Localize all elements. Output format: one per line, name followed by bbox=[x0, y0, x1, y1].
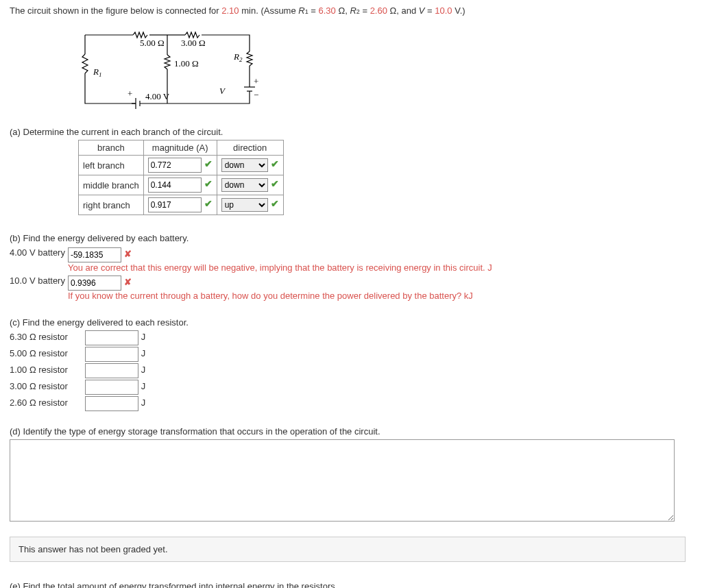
b-label-1: 4.00 V battery bbox=[10, 246, 68, 274]
check-icon: ✔ bbox=[204, 178, 213, 189]
col-branch: branch bbox=[79, 140, 144, 156]
v-unit: V.) bbox=[452, 5, 465, 16]
unit: J bbox=[141, 365, 146, 375]
table-row: middle branch ✔ down✔ bbox=[79, 175, 284, 195]
cross-icon: ✘ bbox=[124, 249, 132, 259]
r1-value: 6.30 bbox=[319, 5, 336, 16]
branch-label: right branch bbox=[79, 195, 144, 215]
minus2: − bbox=[254, 90, 258, 100]
R1-label: R1 bbox=[93, 66, 101, 78]
c-label: 1.00 Ω resistor bbox=[10, 365, 85, 375]
direction-select[interactable]: down bbox=[221, 178, 268, 192]
resistor-energy-input[interactable] bbox=[85, 380, 138, 395]
part-c-prompt: (c) Find the energy delivered to each re… bbox=[10, 317, 692, 328]
cross-icon: ✘ bbox=[124, 277, 132, 287]
r1-symbol: R bbox=[298, 5, 304, 16]
part-d-prompt: (d) Identify the type of energy storage … bbox=[10, 426, 692, 437]
circuit-diagram: 5.00 Ω 3.00 Ω 1.00 Ω R1 R2 4.00 V V + + … bbox=[71, 21, 277, 117]
direction-select[interactable]: down bbox=[221, 158, 268, 172]
ohm2: Ω, and bbox=[387, 5, 419, 16]
eq2: = bbox=[360, 5, 370, 16]
r1ohm-label: 1.00 Ω bbox=[174, 58, 199, 69]
energy-input-4v[interactable] bbox=[68, 247, 121, 262]
c-label: 6.30 Ω resistor bbox=[10, 332, 85, 342]
problem-statement: The circuit shown in the figure below is… bbox=[10, 5, 692, 16]
feedback-10v: If you know the current through a batter… bbox=[68, 291, 473, 301]
table-row: right branch ✔ up✔ bbox=[79, 195, 284, 215]
r3-label: 3.00 Ω bbox=[181, 38, 206, 48]
V-label: V bbox=[219, 86, 226, 96]
check-icon: ✔ bbox=[271, 178, 279, 189]
part-a-prompt: (a) Determine the current in each branch… bbox=[10, 127, 692, 137]
c-label: 3.00 Ω resistor bbox=[10, 381, 85, 391]
part-a-table: branch magnitude (A) direction left bran… bbox=[78, 140, 284, 215]
eq1: = bbox=[308, 5, 319, 16]
energy-input-10v[interactable] bbox=[68, 275, 121, 291]
time-value: 2.10 bbox=[221, 5, 239, 16]
intro-prefix: The circuit shown in the figure below is… bbox=[10, 5, 221, 16]
magnitude-input[interactable] bbox=[148, 177, 202, 193]
c-label: 5.00 Ω resistor bbox=[10, 348, 85, 358]
unit: J bbox=[141, 332, 146, 342]
branch-label: middle branch bbox=[79, 175, 144, 195]
part-b-rows: 4.00 V battery ✘ You are correct that th… bbox=[10, 246, 492, 302]
b-label-2: 10.0 V battery bbox=[10, 274, 68, 302]
part-b-prompt: (b) Find the energy delivered by each ba… bbox=[10, 233, 692, 243]
check-icon: ✔ bbox=[271, 198, 279, 209]
ohm1: Ω, bbox=[336, 5, 350, 16]
unit: J bbox=[141, 397, 146, 408]
r5-label: 5.00 Ω bbox=[140, 38, 165, 48]
part-e-prompt: (e) Find the total amount of energy tran… bbox=[10, 581, 692, 588]
c-label: 2.60 Ω resistor bbox=[10, 397, 85, 408]
table-row: left branch ✔ down✔ bbox=[79, 156, 284, 175]
branch-label: left branch bbox=[79, 156, 144, 175]
vsrc-label: 4.00 V bbox=[145, 91, 170, 101]
resistor-energy-input[interactable] bbox=[85, 396, 138, 411]
feedback-4v: You are correct that this energy will be… bbox=[68, 262, 492, 273]
resistor-energy-input[interactable] bbox=[85, 330, 138, 345]
plus2: + bbox=[254, 76, 258, 86]
resistor-energy-input[interactable] bbox=[85, 363, 138, 378]
check-icon: ✔ bbox=[204, 198, 213, 209]
unit: J bbox=[141, 381, 146, 391]
magnitude-input[interactable] bbox=[148, 158, 202, 173]
intro-mid1: min. (Assume bbox=[239, 5, 299, 16]
essay-answer[interactable] bbox=[10, 439, 675, 522]
R2-label: R2 bbox=[233, 51, 243, 63]
magnitude-input[interactable] bbox=[148, 197, 202, 212]
col-dir: direction bbox=[217, 140, 283, 156]
col-mag: magnitude (A) bbox=[143, 140, 217, 156]
part-c-rows: 6.30 Ω resistor J 5.00 Ω resistor J 1.00… bbox=[10, 330, 692, 411]
r2-symbol: R bbox=[350, 5, 356, 16]
resistor-energy-input[interactable] bbox=[85, 347, 138, 362]
check-icon: ✔ bbox=[271, 158, 279, 169]
check-icon: ✔ bbox=[204, 158, 213, 169]
direction-select[interactable]: up bbox=[221, 198, 268, 212]
v-value: 10.0 bbox=[435, 5, 452, 16]
plus1: + bbox=[128, 88, 132, 99]
grade-status: This answer has not been graded yet. bbox=[10, 537, 686, 562]
r2-value: 2.60 bbox=[370, 5, 387, 16]
eq3: = bbox=[424, 5, 435, 16]
unit: J bbox=[141, 348, 146, 358]
